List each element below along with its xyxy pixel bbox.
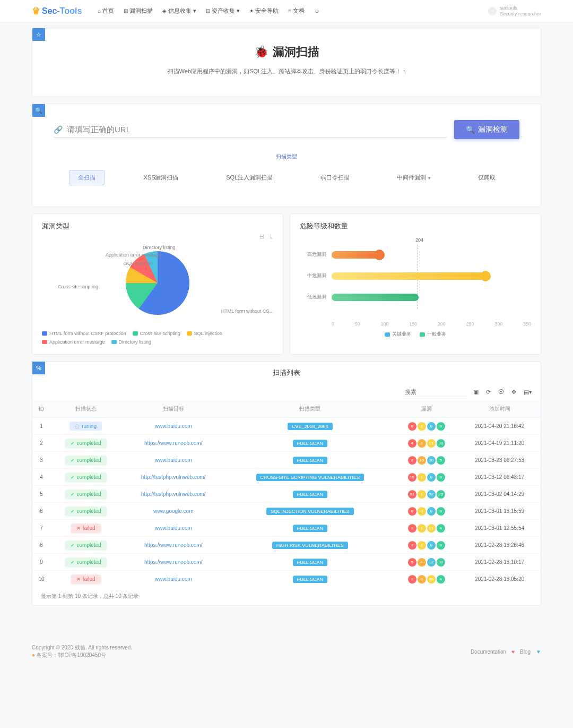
vuln-dot: 1 — [418, 473, 426, 482]
blog-link[interactable]: Blog — [520, 649, 531, 655]
table-header[interactable]: 添加时间 — [458, 400, 541, 418]
type-badge: FULL SCAN — [293, 576, 327, 583]
legend-item: Application error message — [42, 339, 105, 345]
nav-item[interactable]: ✦安全导航 — [249, 7, 279, 15]
vuln-dots: 16484 — [397, 575, 455, 584]
vuln-dot: 4 — [408, 439, 416, 448]
pie-label: Application error message — [106, 252, 161, 258]
vuln-dot: 25 — [437, 490, 445, 499]
table-search-input[interactable] — [403, 387, 467, 397]
vuln-dot: 0 — [437, 507, 445, 516]
scan-button[interactable]: 🔍漏洞检测 — [454, 120, 519, 139]
filter-icon[interactable]: ▼ — [536, 649, 541, 655]
search-badge-icon[interactable]: 🔍 — [32, 104, 45, 117]
nav-item[interactable]: ☺ — [314, 7, 321, 15]
url-input[interactable] — [67, 125, 447, 134]
target-link[interactable]: https://www.runoob.com/ — [144, 559, 203, 565]
star-icon[interactable]: ☆ — [32, 28, 45, 41]
target-link[interactable]: www.baidu.com — [155, 525, 192, 531]
documentation-link[interactable]: Documentation — [471, 649, 506, 655]
vuln-dot: 2 — [418, 422, 426, 431]
table-row: 6 ✓completed www.google.com SQL INJECTIO… — [32, 503, 541, 520]
type-badge: FULL SCAN — [293, 491, 327, 498]
legend-item: Directory listing — [111, 339, 152, 345]
legend-item: Cross site scripting — [133, 331, 180, 336]
copyright-text: Copyright © 2020 残笛. All rights reserved… — [32, 644, 132, 652]
vuln-dots: 0000 — [397, 507, 455, 516]
table-row: 7 ✕failed www.baidu.com FULL SCAN 11114 … — [32, 520, 541, 537]
target-link[interactable]: https://www.runoob.com/ — [144, 542, 203, 548]
table-header[interactable]: 扫描目标 — [121, 400, 225, 418]
target-link[interactable]: www.baidu.com — [155, 423, 192, 429]
vuln-dot: 30 — [437, 439, 445, 448]
nav-item[interactable]: ≡文档 — [288, 7, 305, 15]
status-icon: ✓ — [71, 491, 75, 497]
axis-tick: 100 — [380, 321, 388, 327]
target-link[interactable]: http://testphp.vulnweb.com/ — [141, 491, 206, 497]
user-role: Security researcher — [500, 11, 541, 17]
nav-item[interactable]: ⊞漏洞扫描 — [124, 7, 153, 15]
vuln-dot: 4 — [437, 524, 445, 533]
user-menu[interactable]: sectools Security researcher — [488, 5, 541, 17]
heart-icon: ♥ — [511, 649, 515, 655]
stack-icon[interactable]: ⊟ — [259, 233, 264, 240]
nav-item[interactable]: ⌂首页 — [98, 7, 114, 15]
expand-icon[interactable]: ▣ — [473, 389, 479, 396]
navbar: ♛ Sec-Tools ⌂首页⊞漏洞扫描◈信息收集▾⊟资产收集▾✦安全导航≡文档… — [0, 0, 573, 22]
nav-label: 首页 — [102, 7, 114, 15]
scan-type-2[interactable]: SQL注入漏洞扫描 — [218, 170, 281, 185]
cell-time: 2021-04-19 21:11:20 — [458, 435, 541, 452]
vuln-dot: 0 — [427, 507, 436, 516]
refresh-icon[interactable]: ⟳ — [486, 389, 491, 396]
nav-icon: ⌂ — [98, 8, 101, 14]
nav-item[interactable]: ⊟资产收集▾ — [206, 7, 240, 15]
logo-tools: Tools — [60, 6, 82, 16]
chevron-down-icon: ▾ — [428, 176, 430, 181]
vuln-dot: 0 — [427, 473, 436, 482]
status-badge: ✓completed — [65, 507, 107, 516]
scan-type-3[interactable]: 弱口令扫描 — [312, 170, 358, 185]
nav-label: 文档 — [293, 7, 305, 15]
table-header[interactable]: ID — [32, 400, 50, 418]
download-icon[interactable]: ⤓ — [268, 233, 273, 240]
table-header[interactable]: 扫描类型 — [225, 400, 394, 418]
target-link[interactable]: https://www.runoob.com/ — [144, 440, 203, 446]
bar-legend: 关键业务一般业务 — [300, 331, 531, 338]
toggle-icon[interactable]: ⦿ — [498, 389, 504, 396]
vuln-dot: 0 — [437, 422, 445, 431]
vuln-dot: 38 — [437, 558, 445, 567]
target-link[interactable]: www.baidu.com — [155, 457, 192, 463]
scan-type-5[interactable]: 仅爬取 — [470, 170, 504, 185]
table-header[interactable]: 扫描状态 — [50, 400, 121, 418]
page-title: 🐞漏洞扫描 — [43, 44, 530, 60]
cell-time: 2021-02-28 13:05:20 — [458, 571, 541, 588]
vuln-dot: 12 — [427, 558, 436, 567]
nav-item[interactable]: ◈信息收集▾ — [162, 7, 196, 15]
pie-label: HTML form without CS... — [221, 309, 273, 314]
move-icon[interactable]: ✥ — [511, 389, 516, 396]
vuln-dots: 11114 — [397, 524, 455, 533]
target-link[interactable]: www.baidu.com — [155, 576, 192, 582]
vuln-dot: 1 — [408, 524, 416, 533]
type-badge: CROSS-SITE SCRIPTING VULNERABILITIES — [256, 474, 364, 481]
cell-time: 2021-03-02 04:14:29 — [458, 486, 541, 503]
vuln-dot: 2 — [408, 456, 416, 465]
scan-type-4[interactable]: 中间件漏洞▾ — [388, 170, 439, 185]
axis-tick: 350 — [523, 321, 531, 327]
type-badge: FULL SCAN — [293, 440, 327, 447]
table-toolbar: ▣ ⟳ ⦿ ✥ ▤▾ — [32, 384, 541, 400]
cell-id: 8 — [32, 537, 50, 554]
target-link[interactable]: http://testphp.vulnweb.com/ — [141, 474, 206, 480]
link-badge-icon[interactable]: % — [32, 362, 45, 374]
vuln-dot: 81 — [408, 490, 416, 499]
scan-type-1[interactable]: XSS漏洞扫描 — [135, 170, 187, 185]
type-badge: FULL SCAN — [293, 525, 327, 532]
logo[interactable]: ♛ Sec-Tools — [32, 5, 82, 17]
pie-chart: Directory listing Application error mess… — [42, 241, 273, 326]
scan-type-0[interactable]: 全扫描 — [69, 170, 105, 185]
vuln-dot: 0 — [408, 422, 416, 431]
table-header[interactable]: 漏洞 — [394, 400, 458, 418]
target-link[interactable]: www.google.com — [153, 508, 194, 514]
axis-tick: 150 — [409, 321, 417, 327]
columns-icon[interactable]: ▤▾ — [524, 389, 532, 396]
